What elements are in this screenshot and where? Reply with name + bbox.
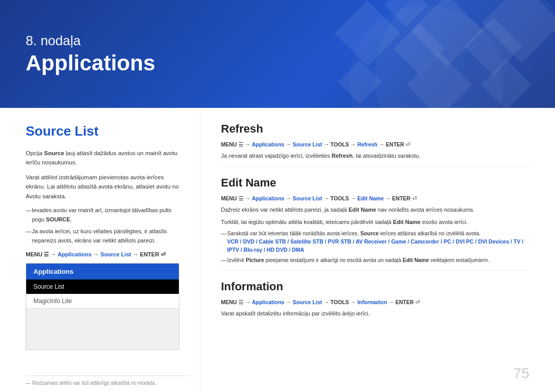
mockup-bottom-area bbox=[26, 308, 179, 349]
intro-para1: Opcija Source ļauj atlasīt dažādus avotu… bbox=[26, 148, 179, 167]
intro-para2: Varat attēlot izstrādājumam pievienotas … bbox=[26, 173, 179, 201]
information-heading: Information bbox=[221, 280, 529, 293]
bullet-source: Ievades avotu var mainīt arī, izmantojot… bbox=[26, 206, 179, 224]
bullet-warning: Ja avota ierīcei, uz kuru vēlaties pārsl… bbox=[26, 227, 179, 245]
refresh-menu-line: MENU ☰ → Applications → Source List → TO… bbox=[221, 141, 529, 149]
main-content: Source List Opcija Source ļauj atlasīt d… bbox=[0, 108, 555, 392]
divider-2 bbox=[221, 270, 529, 271]
edit-name-bullet2: Izvēlnē Picture pieejamie iestatījumi ir… bbox=[221, 256, 529, 265]
refresh-heading: Refresh bbox=[221, 122, 529, 136]
edit-name-heading: Edit Name bbox=[221, 176, 529, 190]
edit-name-menu-line: MENU ☰ → Applications → Source List → TO… bbox=[221, 195, 529, 203]
mockup-header: Applications bbox=[26, 264, 179, 279]
edit-name-body1: Dažreiz ekrāns var netikt attēlots parei… bbox=[221, 206, 529, 215]
divider-1 bbox=[221, 166, 529, 167]
information-menu-line: MENU ☰ → Applications → Source List → TO… bbox=[221, 298, 529, 307]
edit-name-body2: Turklāt, lai iegūtu optimālu attēla kval… bbox=[221, 218, 529, 227]
edit-name-bullet1: Sarakstā var būt ietvertas tālāk norādīt… bbox=[221, 230, 529, 254]
mockup-magicinfo-item: MagicInfo Lite bbox=[26, 294, 179, 308]
applications-mockup: Applications Source List MagicInfo Lite bbox=[26, 263, 179, 350]
refresh-body: Ja nevarat atrast vajadzīgo ierīci, izvē… bbox=[221, 152, 529, 161]
right-column: Refresh MENU ☰ → Applications → Source L… bbox=[200, 108, 555, 392]
left-column: Source List Opcija Source ļauj atlasīt d… bbox=[0, 108, 200, 392]
left-footnote: Redzamais attēls var būt atšķirīgs atkar… bbox=[26, 376, 190, 386]
header-banner: 8. nodaļa Applications bbox=[0, 0, 555, 108]
chapter-label: 8. nodaļa bbox=[26, 33, 155, 49]
information-body: Varat apskatīt detalizētu informāciju pa… bbox=[221, 309, 529, 319]
page-number: 75 bbox=[513, 365, 529, 382]
header-title: 8. nodaļa Applications bbox=[26, 33, 155, 76]
source-list-title: Source List bbox=[26, 123, 179, 139]
menu-path-left: MENU ☰ → Applications → Source List → EN… bbox=[26, 251, 179, 258]
main-title-label: Applications bbox=[26, 51, 155, 76]
mockup-source-list-item: Source List bbox=[26, 279, 179, 294]
decorative-diamonds bbox=[298, 0, 555, 108]
